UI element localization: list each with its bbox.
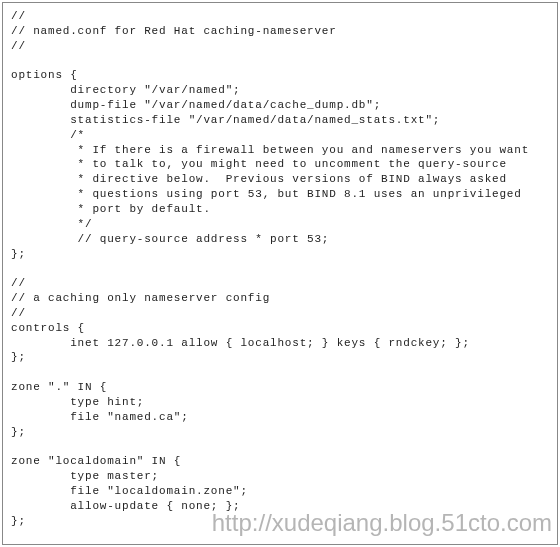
named-conf-code-block: // // named.conf for Red Hat caching-nam… xyxy=(2,2,558,545)
